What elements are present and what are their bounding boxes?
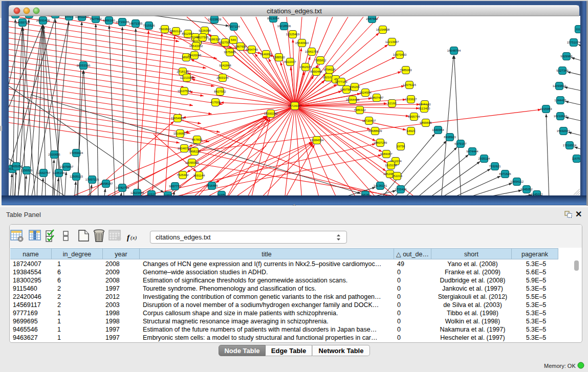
svg-text:16033809: 16033809 bbox=[208, 18, 222, 21]
svg-text:3624554: 3624554 bbox=[359, 91, 372, 94]
svg-text:16210643: 16210643 bbox=[554, 115, 568, 118]
svg-text:19654983: 19654983 bbox=[171, 117, 185, 120]
svg-text:12325419: 12325419 bbox=[286, 33, 300, 36]
svg-text:15751074: 15751074 bbox=[567, 41, 581, 44]
svg-text:1244415: 1244415 bbox=[554, 99, 567, 102]
svg-text:15720407: 15720407 bbox=[362, 119, 376, 122]
svg-text:8938923: 8938923 bbox=[444, 136, 456, 139]
svg-text:546: 546 bbox=[231, 38, 236, 41]
svg-text:3113400: 3113400 bbox=[419, 107, 431, 110]
svg-text:2718126: 2718126 bbox=[177, 70, 189, 73]
svg-text:20364436: 20364436 bbox=[346, 98, 360, 101]
svg-text:1435051: 1435051 bbox=[10, 165, 23, 168]
svg-text:8322037: 8322037 bbox=[284, 60, 296, 63]
svg-text:8995794: 8995794 bbox=[408, 115, 420, 118]
svg-text:5226058: 5226058 bbox=[199, 29, 211, 32]
svg-text:12093822: 12093822 bbox=[553, 84, 567, 87]
svg-text:7955812: 7955812 bbox=[314, 59, 326, 62]
svg-text:6679197: 6679197 bbox=[454, 142, 467, 145]
svg-text:14055712: 14055712 bbox=[16, 21, 30, 24]
svg-text:17016504: 17016504 bbox=[563, 144, 577, 147]
svg-text:12213369: 12213369 bbox=[180, 76, 194, 79]
svg-text:23975867: 23975867 bbox=[60, 165, 74, 168]
svg-text:2687682: 2687682 bbox=[366, 17, 378, 20]
svg-text:867833: 867833 bbox=[192, 138, 203, 141]
svg-text:19218506: 19218506 bbox=[277, 25, 291, 28]
svg-text:14099348: 14099348 bbox=[185, 161, 199, 164]
svg-text:1145194: 1145194 bbox=[53, 171, 66, 174]
svg-text:10654112: 10654112 bbox=[510, 180, 524, 183]
svg-text:9474444: 9474444 bbox=[466, 150, 478, 153]
svg-text:16543362: 16543362 bbox=[189, 45, 203, 48]
svg-text:417004: 417004 bbox=[210, 101, 221, 104]
svg-text:8471626: 8471626 bbox=[499, 172, 511, 176]
svg-text:8454749: 8454749 bbox=[246, 48, 258, 51]
svg-text:746266: 746266 bbox=[350, 85, 360, 89]
svg-text:10719155: 10719155 bbox=[116, 20, 129, 24]
svg-text:9777169: 9777169 bbox=[335, 80, 347, 83]
svg-text:19166827: 19166827 bbox=[173, 132, 187, 135]
svg-text:7357224: 7357224 bbox=[228, 25, 240, 28]
svg-text:17957225: 17957225 bbox=[85, 178, 99, 181]
svg-text:1527602: 1527602 bbox=[90, 17, 102, 20]
svg-text:2803144: 2803144 bbox=[216, 76, 229, 79]
svg-text:14923: 14923 bbox=[407, 129, 416, 133]
svg-text:17359924: 17359924 bbox=[70, 151, 83, 155]
svg-text:12213967: 12213967 bbox=[385, 40, 399, 43]
svg-text:62160: 62160 bbox=[388, 102, 397, 105]
svg-text:9242848: 9242848 bbox=[219, 64, 231, 67]
svg-text:8990448: 8990448 bbox=[310, 70, 322, 73]
svg-text:16154808: 16154808 bbox=[376, 28, 390, 31]
svg-text:16648784: 16648784 bbox=[447, 49, 461, 52]
svg-text:9245052: 9245052 bbox=[520, 188, 533, 191]
svg-text:3716485: 3716485 bbox=[206, 184, 218, 187]
svg-text:2867608: 2867608 bbox=[234, 45, 247, 48]
svg-text:7386322: 7386322 bbox=[354, 108, 366, 112]
svg-text:(x): (x) bbox=[130, 234, 137, 241]
svg-text:8813054: 8813054 bbox=[267, 17, 279, 20]
svg-text:1533627: 1533627 bbox=[405, 98, 417, 101]
svg-text:7632621: 7632621 bbox=[489, 165, 501, 168]
svg-text:3498222: 3498222 bbox=[188, 150, 201, 153]
svg-text:12505115: 12505115 bbox=[70, 175, 83, 178]
svg-text:15692971: 15692971 bbox=[557, 129, 571, 133]
svg-text:18724007: 18724007 bbox=[288, 104, 302, 107]
svg-text:1691144: 1691144 bbox=[193, 174, 206, 177]
svg-text:1733426: 1733426 bbox=[395, 188, 407, 191]
svg-text:9327505: 9327505 bbox=[197, 36, 209, 39]
svg-text:16782759: 16782759 bbox=[116, 186, 129, 189]
svg-text:12942757: 12942757 bbox=[37, 171, 51, 174]
svg-text:7625402: 7625402 bbox=[177, 173, 189, 177]
svg-text:14136141: 14136141 bbox=[374, 184, 387, 187]
svg-text:12975115: 12975115 bbox=[403, 83, 417, 86]
svg-text:9227349: 9227349 bbox=[556, 69, 569, 72]
svg-text:10973493: 10973493 bbox=[393, 53, 407, 56]
svg-text:3215953: 3215953 bbox=[540, 107, 552, 111]
svg-text:19958187: 19958187 bbox=[99, 182, 113, 185]
svg-text:9084067: 9084067 bbox=[380, 152, 393, 156]
svg-text:1640954: 1640954 bbox=[432, 128, 444, 132]
svg-text:10807487: 10807487 bbox=[370, 96, 384, 99]
svg-text:1615152: 1615152 bbox=[385, 164, 397, 167]
svg-text:1562615: 1562615 bbox=[299, 65, 312, 69]
svg-text:2935114: 2935114 bbox=[478, 157, 491, 160]
svg-text:10961755: 10961755 bbox=[305, 50, 319, 53]
svg-text:16671355: 16671355 bbox=[129, 22, 143, 25]
svg-text:8860124: 8860124 bbox=[170, 30, 182, 33]
svg-text:19384554: 19384554 bbox=[310, 139, 324, 142]
svg-text:8427552: 8427552 bbox=[214, 90, 226, 93]
svg-text:9146821: 9146821 bbox=[260, 53, 272, 56]
svg-text:19756: 19756 bbox=[397, 145, 405, 148]
svg-text:15640910: 15640910 bbox=[295, 41, 309, 45]
svg-text:1588520: 1588520 bbox=[273, 56, 285, 59]
svg-text:19107554: 19107554 bbox=[178, 90, 191, 93]
svg-text:18807249: 18807249 bbox=[374, 141, 387, 144]
svg-text:10688609: 10688609 bbox=[368, 129, 382, 133]
svg-text:18300295: 18300295 bbox=[264, 112, 278, 115]
svg-text:7485063: 7485063 bbox=[400, 69, 412, 72]
svg-text:3675685: 3675685 bbox=[224, 51, 236, 54]
svg-text:9899695: 9899695 bbox=[420, 121, 432, 124]
svg-text:9329966: 9329966 bbox=[560, 55, 573, 58]
svg-text:20053346: 20053346 bbox=[77, 64, 91, 67]
svg-text:12923448: 12923448 bbox=[130, 191, 144, 194]
